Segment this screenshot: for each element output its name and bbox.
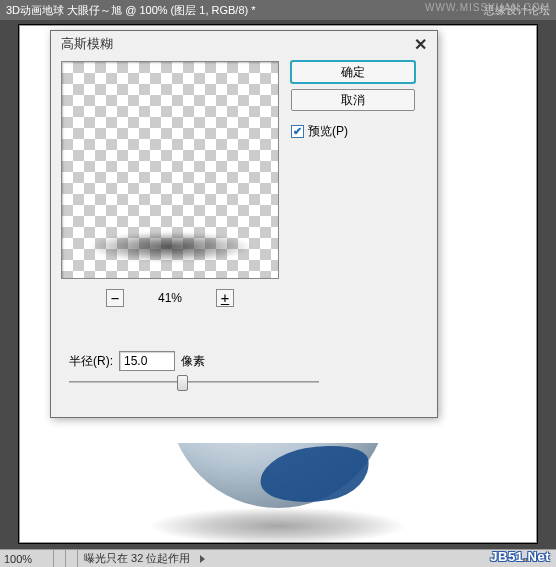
zoom-in-button[interactable]: + xyxy=(216,289,234,307)
globe-shadow xyxy=(148,507,408,545)
zoom-out-button[interactable]: − xyxy=(106,289,124,307)
radius-row: 半径(R): 像素 xyxy=(69,351,205,371)
ok-button[interactable]: 确定 xyxy=(291,61,415,83)
gaussian-blur-dialog: 高斯模糊 ✕ − 41% + 确定 取消 ✔ 预览(P) 半径(R): 像素 xyxy=(50,30,438,418)
radius-slider[interactable] xyxy=(69,375,319,389)
watermark-top: WWW.MISSYUAN.COM xyxy=(425,2,550,13)
status-zoom[interactable]: 100% xyxy=(0,550,54,567)
preview-area[interactable] xyxy=(61,61,279,279)
close-icon[interactable]: ✕ xyxy=(414,35,427,54)
radius-label: 半径(R): xyxy=(69,353,113,370)
radius-input[interactable] xyxy=(119,351,175,371)
dialog-title: 高斯模糊 xyxy=(61,35,414,53)
status-info: 曝光只在 32 位起作用 xyxy=(78,551,196,566)
dialog-titlebar[interactable]: 高斯模糊 ✕ xyxy=(51,31,437,57)
document-title: 3D动画地球 大眼仔～旭 @ 100% (图层 1, RGB/8) * xyxy=(6,3,484,18)
globe xyxy=(168,443,388,508)
preview-checkbox[interactable]: ✔ xyxy=(291,125,304,138)
zoom-controls: − 41% + xyxy=(61,289,279,307)
preview-content xyxy=(90,232,250,262)
cancel-button[interactable]: 取消 xyxy=(291,89,415,111)
status-bar: 100% 曝光只在 32 位起作用 xyxy=(0,549,556,567)
zoom-value: 41% xyxy=(158,291,182,305)
status-seg-2 xyxy=(66,550,78,567)
preview-checkbox-label: 预览(P) xyxy=(308,123,348,140)
slider-track xyxy=(69,381,319,383)
status-seg-1 xyxy=(54,550,66,567)
slider-thumb[interactable] xyxy=(177,375,188,391)
radius-unit: 像素 xyxy=(181,353,205,370)
watermark: JB51.Net xyxy=(490,549,550,564)
chevron-right-icon[interactable] xyxy=(200,555,205,563)
